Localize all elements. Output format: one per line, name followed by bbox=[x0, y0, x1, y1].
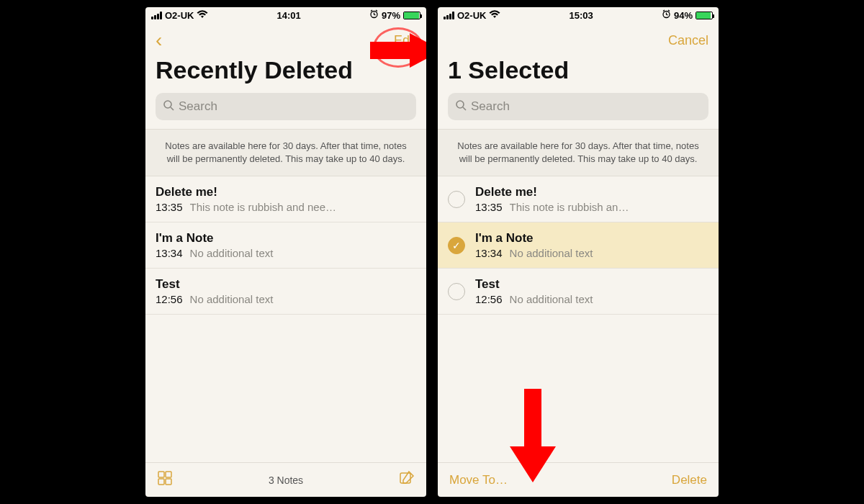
note-preview: This note is rubbish and nee… bbox=[190, 201, 416, 213]
svg-rect-6 bbox=[166, 479, 171, 485]
toolbar: Move To… Delete bbox=[438, 462, 719, 497]
selection-radio[interactable] bbox=[448, 191, 465, 208]
nav-bar: ‹ Edit bbox=[145, 23, 426, 55]
page-title: 1 Selected bbox=[438, 55, 719, 93]
list-item[interactable]: Test 12:56No additional text bbox=[438, 269, 719, 315]
search-placeholder: Search bbox=[179, 99, 217, 114]
edit-button[interactable]: Edit bbox=[394, 33, 416, 48]
svg-rect-4 bbox=[166, 472, 171, 477]
search-input[interactable]: Search bbox=[448, 93, 708, 120]
battery-pct: 97% bbox=[382, 10, 400, 21]
battery-icon bbox=[403, 12, 420, 19]
info-banner: Notes are available here for 30 days. Af… bbox=[438, 129, 719, 176]
carrier-label: O2-UK bbox=[457, 10, 486, 21]
clock: 14:01 bbox=[277, 10, 301, 21]
alarm-icon bbox=[662, 9, 671, 21]
svg-rect-3 bbox=[158, 472, 164, 477]
svg-point-10 bbox=[456, 101, 464, 108]
compose-button[interactable] bbox=[399, 470, 415, 490]
move-to-button[interactable]: Move To… bbox=[449, 473, 508, 487]
list-item[interactable]: Test 12:56No additional text bbox=[145, 269, 426, 315]
selection-radio[interactable] bbox=[448, 283, 465, 300]
svg-line-2 bbox=[171, 107, 174, 110]
note-time: 13:34 bbox=[156, 247, 183, 259]
list-item[interactable]: Delete me! 13:35This note is rubbish and… bbox=[145, 176, 426, 222]
note-preview: No additional text bbox=[190, 247, 416, 259]
signal-icon bbox=[151, 12, 162, 19]
phone-right: O2-UK 15:03 94% Cancel 1 Selected Search… bbox=[438, 7, 719, 497]
nav-bar: Cancel bbox=[438, 23, 719, 55]
note-title: Delete me! bbox=[475, 185, 708, 199]
battery-icon bbox=[696, 12, 713, 19]
note-time: 13:35 bbox=[156, 201, 183, 213]
note-time: 13:35 bbox=[475, 201, 503, 213]
notes-list: Delete me! 13:35This note is rubbish an…… bbox=[438, 176, 719, 462]
phone-left: O2-UK 14:01 97% ‹ Edit Recently Deleted … bbox=[145, 7, 426, 497]
search-icon bbox=[455, 99, 467, 114]
grid-view-button[interactable] bbox=[157, 470, 173, 490]
list-item[interactable]: I'm a Note 13:34No additional text bbox=[145, 222, 426, 269]
note-time: 12:56 bbox=[156, 293, 183, 305]
svg-line-11 bbox=[463, 107, 466, 110]
wifi-icon bbox=[197, 10, 208, 21]
cancel-button[interactable]: Cancel bbox=[668, 33, 708, 48]
search-input[interactable]: Search bbox=[156, 93, 416, 120]
note-time: 13:34 bbox=[475, 247, 503, 259]
notes-list: Delete me! 13:35This note is rubbish and… bbox=[145, 176, 426, 462]
svg-point-1 bbox=[164, 101, 171, 108]
note-title: Delete me! bbox=[156, 185, 416, 199]
note-time: 12:56 bbox=[475, 293, 503, 305]
status-bar: O2-UK 14:01 97% bbox=[145, 7, 426, 23]
carrier-label: O2-UK bbox=[165, 10, 194, 21]
info-banner: Notes are available here for 30 days. Af… bbox=[145, 129, 426, 176]
search-icon bbox=[163, 99, 174, 114]
note-title: I'm a Note bbox=[475, 231, 708, 246]
note-preview: No additional text bbox=[510, 293, 708, 305]
back-button[interactable]: ‹ bbox=[156, 30, 162, 50]
alarm-icon bbox=[369, 9, 379, 21]
clock: 15:03 bbox=[570, 10, 593, 21]
signal-icon bbox=[444, 12, 454, 19]
page-title: Recently Deleted bbox=[145, 55, 426, 93]
selection-radio-checked[interactable]: ✓ bbox=[448, 237, 465, 254]
wifi-icon bbox=[489, 10, 500, 21]
search-placeholder: Search bbox=[471, 99, 510, 114]
notes-count: 3 Notes bbox=[173, 474, 399, 486]
battery-pct: 94% bbox=[674, 10, 693, 21]
status-bar: O2-UK 15:03 94% bbox=[438, 7, 719, 23]
list-item[interactable]: ✓ I'm a Note 13:34No additional text bbox=[438, 222, 719, 269]
note-title: I'm a Note bbox=[156, 231, 416, 246]
note-preview: No additional text bbox=[190, 293, 416, 305]
note-title: Test bbox=[475, 277, 708, 292]
toolbar: 3 Notes bbox=[145, 462, 426, 497]
note-preview: This note is rubbish an… bbox=[510, 201, 708, 213]
delete-button[interactable]: Delete bbox=[672, 473, 707, 487]
note-title: Test bbox=[156, 277, 416, 292]
svg-rect-7 bbox=[400, 473, 410, 483]
list-item[interactable]: Delete me! 13:35This note is rubbish an… bbox=[438, 176, 719, 222]
note-preview: No additional text bbox=[510, 247, 708, 259]
svg-rect-5 bbox=[158, 479, 164, 485]
